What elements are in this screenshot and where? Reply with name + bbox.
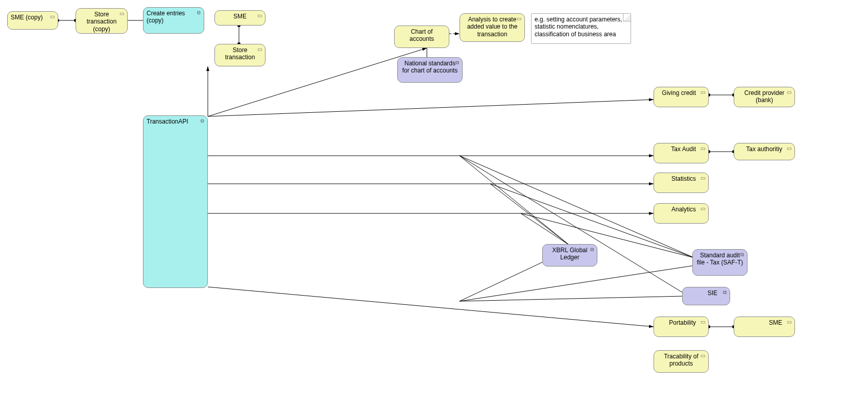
process-icon: ▭	[701, 146, 705, 152]
node-sme-top[interactable]: SME ▭	[214, 10, 266, 26]
node-create-entries-copy[interactable]: Create entries (copy) ⊖	[143, 7, 204, 34]
process-icon: ▭	[257, 46, 262, 53]
label: XBRL Global Ledger	[552, 247, 588, 261]
edge-j1-sie	[460, 156, 684, 294]
label: Analysis to create added value to the tr…	[467, 16, 518, 38]
edge-p-xbrl	[460, 260, 546, 301]
process-icon: ▭	[701, 175, 705, 181]
label: SME (copy)	[11, 14, 43, 21]
label: e.g. setting account parameters, statist…	[535, 16, 622, 38]
node-giving-credit[interactable]: Giving credit ▭	[654, 87, 709, 107]
label: Tax authoritiy	[746, 146, 782, 153]
process-icon: ▭	[517, 16, 521, 22]
service-icon: ⊖	[197, 10, 201, 16]
node-portability[interactable]: Portability ▭	[654, 317, 709, 337]
label: SME	[769, 319, 782, 326]
note-fold-icon	[623, 14, 631, 21]
node-analytics[interactable]: Analytics ▭	[654, 203, 709, 224]
label: Statistics	[671, 175, 696, 182]
object-icon: ⧉	[723, 289, 727, 296]
node-chart-of-accounts[interactable]: Chart of accounts	[394, 26, 449, 48]
node-saft[interactable]: Standard audit file - Tax (SAF-T) ⧉	[692, 249, 748, 276]
edge-j2-xbrl	[490, 184, 569, 245]
process-icon: ▭	[119, 11, 124, 17]
node-analysis[interactable]: Analysis to create added value to the tr…	[460, 13, 525, 42]
node-traceability[interactable]: Tracability of products ▭	[654, 350, 709, 373]
node-tax-authority[interactable]: Tax authoritiy ▭	[734, 143, 795, 160]
object-icon: ⧉	[590, 247, 594, 253]
node-store-tx-copy[interactable]: Store transaction (copy) ▭	[76, 8, 128, 34]
object-icon: ⧉	[455, 60, 459, 66]
edge-j1-xbrl	[460, 156, 569, 245]
process-icon: ▭	[701, 353, 705, 359]
node-statistics[interactable]: Statistics ▭	[654, 173, 709, 193]
node-transaction-api[interactable]: TransactionAPI ⊖	[143, 115, 208, 288]
edge-p-sie	[460, 296, 684, 301]
node-national-standards[interactable]: National standards for chart of accounts…	[397, 57, 463, 83]
process-icon: ▭	[50, 14, 55, 20]
process-icon: ▭	[787, 146, 791, 152]
label: Portability	[669, 319, 696, 326]
node-store-tx[interactable]: Store transaction ▭	[214, 44, 266, 66]
label: Tracability of products	[664, 353, 698, 367]
edge-j3-xbrl	[521, 213, 569, 245]
node-note: e.g. setting account parameters, statist…	[531, 13, 631, 44]
node-sme-copy[interactable]: SME (copy) ▭	[7, 11, 58, 30]
node-sme-bottom[interactable]: SME ▭	[734, 317, 795, 337]
process-icon: ▭	[257, 13, 262, 19]
label: TransactionAPI	[147, 118, 188, 125]
label: Chart of accounts	[409, 28, 434, 42]
label: SME	[233, 13, 247, 20]
process-icon: ▭	[701, 206, 705, 212]
object-icon: ⧉	[740, 252, 744, 258]
node-sie[interactable]: SIE ⧉	[682, 287, 730, 305]
edge-p-saft	[460, 265, 694, 301]
process-icon: ▭	[701, 319, 705, 325]
node-credit-provider[interactable]: Credit provider (bank) ▭	[734, 87, 795, 107]
label: Store transaction	[225, 46, 255, 61]
process-icon: ▭	[787, 319, 791, 325]
process-icon: ▭	[701, 89, 705, 95]
label: SIE	[708, 289, 717, 297]
edge-api-portability	[208, 287, 654, 327]
edge-api-credit	[208, 100, 654, 116]
label: Store transaction (copy)	[87, 11, 117, 33]
label: Credit provider (bank)	[744, 89, 785, 104]
label: National standards for chart of accounts	[402, 60, 458, 74]
label: Create entries (copy)	[147, 10, 185, 24]
label: Tax Audit	[671, 146, 696, 153]
process-icon: ▭	[787, 89, 791, 95]
node-tax-audit[interactable]: Tax Audit ▭	[654, 143, 709, 163]
label: Standard audit file - Tax (SAF-T)	[697, 252, 743, 266]
node-xbrl[interactable]: XBRL Global Ledger ⧉	[542, 244, 597, 266]
service-icon: ⊖	[200, 118, 204, 124]
label: Giving credit	[662, 89, 696, 96]
label: Analytics	[671, 206, 696, 213]
